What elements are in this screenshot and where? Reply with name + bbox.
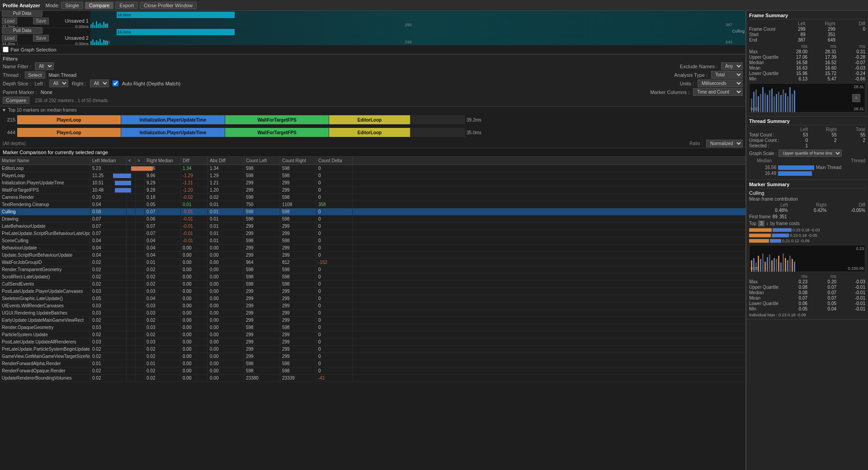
export-btn[interactable]: Export <box>115 2 138 9</box>
pull-data-btn-1[interactable]: Pull Data <box>2 11 42 17</box>
cell-name: Camera.Render <box>0 194 90 201</box>
cell-absdiff: 0.01 <box>208 208 244 215</box>
units-select[interactable]: Milliseconds <box>698 80 743 87</box>
table-row[interactable]: ParticleSystem.Update 0.02 0.02 0.00 0.0… <box>0 331 745 338</box>
table-row[interactable]: WaitForTargetFPS 10.48 9.28 -1.20 1.20 2… <box>0 187 745 194</box>
col-count-delta[interactable]: Count Delta <box>316 157 353 164</box>
cell-lmed: 0.02 <box>90 375 127 381</box>
depth-left-select[interactable]: All <box>49 80 68 87</box>
col-right-median[interactable]: Right Median <box>145 157 181 164</box>
table-row[interactable]: SkeletonGraphic.LateUpdate() 0.05 0.04 0… <box>0 295 745 302</box>
cell-bar <box>127 216 136 222</box>
cell-bar <box>127 375 136 381</box>
name-filter-label: Name Filter : <box>3 64 31 69</box>
auto-right-checkbox[interactable] <box>113 80 118 86</box>
compare-btn[interactable]: Compare <box>85 2 113 9</box>
table-row[interactable]: Render.TransparentGeometry 0.02 0.02 0.0… <box>0 266 745 273</box>
cell-bar2 <box>136 252 145 258</box>
col-count-left[interactable]: Count Left <box>244 157 280 164</box>
crosshair-btn[interactable]: + <box>852 94 860 102</box>
table-row[interactable]: EditorLoop 5.23 6.56 1.34 1.34 598 598 0 <box>0 165 745 172</box>
table-row[interactable]: Update.ScriptRunBehaviourUpdate 0.04 0.0… <box>0 252 745 259</box>
table-row[interactable]: PreLateUpdate.ParticleSystemBeginUpdateA… <box>0 346 745 353</box>
cell-diff: -0.01 <box>181 216 208 222</box>
cell-cright: 598 <box>280 367 316 374</box>
table-row[interactable]: UIEvents.WillRenderCanvases 0.03 0.03 0.… <box>0 302 745 310</box>
cell-diff: 0.00 <box>181 273 208 280</box>
filter-row-thread: Thread : Select Main Thread Analysis Typ… <box>3 71 743 79</box>
close-profiler-btn[interactable]: Close Profiler Window <box>140 2 197 9</box>
top-bar-right-1 <box>773 228 792 232</box>
save-btn-2[interactable]: Save <box>33 35 49 42</box>
col-left-median[interactable]: Left Median <box>90 157 127 164</box>
analysis-type-select[interactable]: Total <box>711 71 743 79</box>
table-row[interactable]: RenderForwardAlpha.Render 0.01 0.01 0.00… <box>0 360 745 367</box>
cell-cleft: 23380 <box>244 375 280 381</box>
table-row[interactable]: PostLateUpdate.UpdateAllRenderers 0.03 0… <box>0 338 745 346</box>
depth-right-select[interactable]: All <box>90 80 109 87</box>
cell-diff: 0.00 <box>181 353 208 360</box>
cell-diff: 0.00 <box>181 288 208 295</box>
table-row[interactable]: ScrollRect.LateUpdate() 0.02 0.02 0.00 0… <box>0 273 745 281</box>
pair-checkbox[interactable] <box>3 47 9 52</box>
table-row[interactable]: Camera.Render 0.20 0.18 -0.02 0.02 598 5… <box>0 194 745 201</box>
table-row[interactable]: Drawing 0.07 0.06 -0.01 0.01 598 598 0 <box>0 216 745 223</box>
exclude-select[interactable]: Any <box>721 62 743 70</box>
col-marker-name[interactable]: Marker Name <box>0 157 90 164</box>
table-row[interactable]: LateBehaviourUpdate 0.07 0.07 -0.01 0.01… <box>0 223 745 230</box>
table-row[interactable]: Culling 0.08 0.07 -0.01 0.01 598 598 0 <box>0 208 745 216</box>
table-row[interactable]: RenderForwardOpaque.Render 0.02 0.02 0.0… <box>0 367 745 375</box>
table-row[interactable]: EarlyUpdate.UpdateMainGameViewRect 0.02 … <box>0 317 745 324</box>
col-abs-diff[interactable]: Abs Diff <box>208 157 244 164</box>
timeline-canvas-2[interactable]: 16.0ms 351 299 649 Culling <box>90 28 745 45</box>
name-filter-select[interactable]: All <box>35 62 54 70</box>
load-btn-1[interactable]: Load <box>2 18 17 24</box>
graph-scale-select[interactable]: Upper quartile of frame time T <box>778 150 842 157</box>
col-diff[interactable]: Diff <box>181 157 208 164</box>
col-greater[interactable]: > <box>136 157 145 164</box>
load-btn-2[interactable]: Load <box>2 35 17 42</box>
cell-rmed: 9.29 <box>145 179 181 186</box>
single-btn[interactable]: Single <box>61 2 83 9</box>
thread-select-btn[interactable]: Select <box>25 71 45 79</box>
pair-label: Pair Graph Selection <box>10 47 57 52</box>
cell-diff: 0.00 <box>181 244 208 251</box>
cell-name: PostLateUpdate.UpdateAllRenderers <box>0 338 90 345</box>
segment-playerloop-215: PlayerLoop <box>17 115 121 124</box>
table-row[interactable]: Render.OpaqueGeometry 0.03 0.03 0.00 0.0… <box>0 324 745 331</box>
cell-bar2 <box>136 375 145 381</box>
table-section[interactable]: Marker Name Left Median < > Right Median… <box>0 157 745 470</box>
col-count-right[interactable]: Count Right <box>280 157 316 164</box>
cell-cright: 598 <box>280 194 316 201</box>
table-row[interactable]: TextRendering.Cleanup 0.04 0.05 0.01 0.0… <box>0 201 745 208</box>
cell-name: PostLateUpdate.PlayerUpdateCanvases <box>0 288 90 295</box>
cell-cleft: 598 <box>244 324 280 331</box>
table-row[interactable]: GameView.GetMainGameViewTargetSizeNoBox(… <box>0 353 745 360</box>
compare-btn[interactable]: Compare <box>3 97 29 104</box>
pull-data-btn-2[interactable]: Pull Data <box>2 27 42 34</box>
timeline-canvas-1[interactable]: 16.0ms 89 299 387 <box>90 11 745 28</box>
table-row[interactable]: WaitForJobGroupID 0.02 0.01 0.00 0.00 96… <box>0 259 745 266</box>
table-row[interactable]: UpdateRendererBoundingVolumes 0.02 0.02 … <box>0 375 745 382</box>
bar-time-444: 35.0ms <box>467 130 481 135</box>
table-row[interactable]: PostLateUpdate.PlayerUpdateCanvases 0.03… <box>0 288 745 295</box>
marker-columns-select[interactable]: Time and Count <box>693 88 743 96</box>
save-btn-1[interactable]: Save <box>33 18 49 24</box>
cell-cleft: 299 <box>244 346 280 352</box>
table-row[interactable]: SceneCulling 0.04 0.04 -0.01 0.01 598 59… <box>0 237 745 244</box>
cell-bar2 <box>136 310 145 316</box>
table-row[interactable]: BehaviourUpdate 0.04 0.04 0.00 0.00 299 … <box>0 244 745 252</box>
table-row[interactable]: PreLateUpdate.ScriptRunBehaviourLateUpda… <box>0 230 745 237</box>
table-row[interactable]: CullSendEvents 0.02 0.02 0.00 0.00 598 5… <box>0 281 745 288</box>
table-row[interactable]: PlayerLoop 11.25 9.96 -1.29 1.29 598 598… <box>0 172 745 179</box>
comparison-title: Marker Comparison for currently selected… <box>3 150 108 155</box>
table-row[interactable]: Initialization.PlayerUpdateTime 10.51 9.… <box>0 179 745 187</box>
cell-absdiff: 0.01 <box>208 216 244 222</box>
table-row[interactable]: UGUI.Rendering.UpdateBatches 0.03 0.03 0… <box>0 310 745 317</box>
top-bars-container: 0.23 0.18 -0.03 0.23 0.18 -0.05 0.21 0.1… <box>749 228 865 243</box>
cell-cdelta: 0 <box>316 302 353 309</box>
cell-rmed: 0.05 <box>145 201 181 208</box>
ratio-select[interactable]: Normalized <box>706 140 743 147</box>
cell-cright: 299 <box>280 244 316 251</box>
col-less[interactable]: < <box>127 157 136 164</box>
